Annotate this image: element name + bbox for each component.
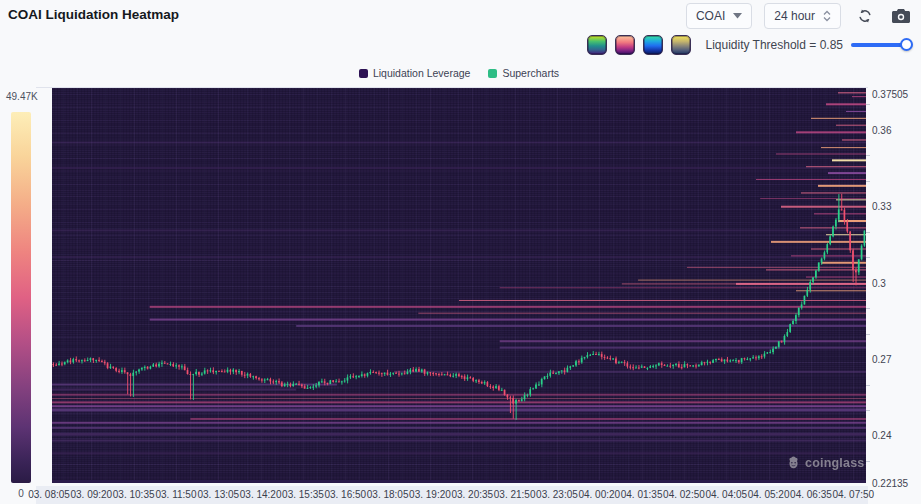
- price-axis-label: 0.3: [872, 278, 886, 289]
- legend-item-liquidation-leverage[interactable]: Liquidation Leverage: [359, 67, 471, 79]
- legend-label: Liquidation Leverage: [373, 67, 471, 79]
- palette-swatch-cividis[interactable]: [671, 35, 691, 55]
- chevron-down-icon: [733, 13, 742, 19]
- price-axis-minor-tick: [866, 385, 870, 386]
- time-axis-label: 03. 20:35: [451, 489, 493, 500]
- time-axis-label: 04. 00:20: [578, 489, 620, 500]
- time-axis-label: 03. 19:20: [409, 489, 451, 500]
- interval-select-value: 24 hour: [774, 9, 815, 23]
- time-axis-label: 03. 23:05: [536, 489, 578, 500]
- threshold-slider[interactable]: [851, 38, 913, 52]
- coinglass-watermark: coinglass: [786, 455, 864, 470]
- price-axis-minor-tick: [866, 308, 870, 309]
- time-axis-label: 03. 15:35: [282, 489, 324, 500]
- time-axis-label: 03. 08:05: [28, 489, 70, 500]
- screenshot-button[interactable]: [889, 4, 913, 28]
- price-axis-minor-tick: [866, 257, 870, 258]
- time-axis-label: 03. 13:05: [197, 489, 239, 500]
- time-axis-label: 03. 16:50: [324, 489, 366, 500]
- threshold-label: Liquidity Threshold = 0.85: [705, 38, 843, 52]
- palette-swatch-magma[interactable]: [615, 35, 635, 55]
- price-axis-minor-tick: [866, 410, 870, 411]
- price-axis-label: 0.33: [872, 201, 891, 212]
- time-axis-label: 03. 09:20: [70, 489, 112, 500]
- slider-fill: [851, 43, 906, 47]
- price-axis-label: 0.24: [872, 430, 891, 441]
- time-axis: 03. 08:0503. 09:2003. 10:3503. 11:5003. …: [36, 486, 868, 504]
- page-title: COAI Liquidation Heatmap: [8, 7, 179, 22]
- time-axis-label: 04. 07:50: [832, 489, 874, 500]
- watermark-text: coinglass: [805, 456, 864, 470]
- time-axis-label: 04. 02:50: [663, 489, 705, 500]
- threshold-slider-handle[interactable]: [900, 38, 913, 51]
- symbol-select[interactable]: COAI: [686, 3, 752, 29]
- heatmap-toolbar: Liquidity Threshold = 0.85: [587, 35, 913, 55]
- interval-select[interactable]: 24 hour: [764, 3, 841, 29]
- time-axis-label: 04. 06:35: [790, 489, 832, 500]
- price-axis-label: 0.36: [872, 125, 891, 136]
- price-axis-minor-tick: [866, 334, 870, 335]
- time-axis-label: 03. 18:05: [367, 489, 409, 500]
- liquidation-heatmap-canvas[interactable]: [52, 88, 866, 483]
- header-controls: COAI 24 hour: [686, 3, 913, 29]
- time-axis-label: 04. 05:20: [748, 489, 790, 500]
- coai-liquidation-heatmap-app: COAI Liquidation Heatmap COAI 24 hour: [0, 0, 921, 504]
- time-axis-label: 04. 01:35: [621, 489, 663, 500]
- refresh-button[interactable]: [853, 4, 877, 28]
- price-axis-minor-tick: [866, 104, 870, 105]
- colorbar-max-label: 49.47K: [6, 91, 38, 102]
- time-axis-label: 03. 11:50: [156, 489, 197, 500]
- stepper-icon: [823, 10, 831, 22]
- price-axis-minor-tick: [866, 461, 870, 462]
- legend-item-supercharts[interactable]: Supercharts: [488, 67, 559, 79]
- price-axis-minor-tick: [866, 232, 870, 233]
- time-axis-label: 03. 10:35: [113, 489, 155, 500]
- price-axis-minor-tick: [866, 155, 870, 156]
- time-axis-label: 04. 04:05: [705, 489, 747, 500]
- price-axis-label: 0.37505: [872, 89, 908, 100]
- time-axis-label: 03. 21:50: [494, 489, 536, 500]
- palette-swatch-viridis[interactable]: [587, 35, 607, 55]
- coinglass-logo-icon: [786, 455, 801, 470]
- chart-legend: Liquidation Leverage Supercharts: [52, 67, 866, 79]
- time-axis-label: 03. 14:20: [240, 489, 282, 500]
- price-axis-minor-tick: [866, 181, 870, 182]
- legend-swatch-purple: [359, 69, 368, 78]
- camera-icon: [892, 9, 910, 23]
- colorbar-gradient: [11, 112, 31, 483]
- legend-swatch-green: [488, 69, 497, 78]
- symbol-select-value: COAI: [696, 9, 725, 23]
- price-axis-label: 0.27: [872, 354, 891, 365]
- refresh-icon: [857, 8, 873, 24]
- palette-swatch-blue[interactable]: [643, 35, 663, 55]
- legend-label: Supercharts: [502, 67, 559, 79]
- price-axis-label: 0.22135: [872, 478, 908, 489]
